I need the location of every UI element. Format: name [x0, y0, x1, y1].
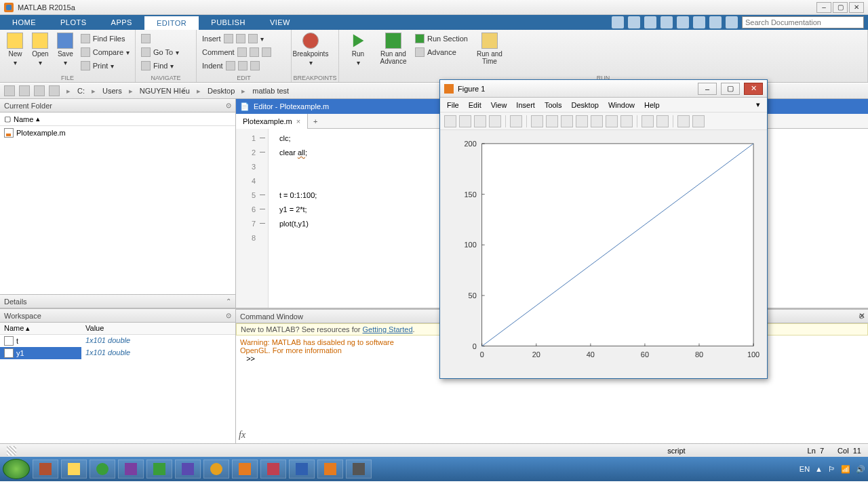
figure-maximize-button[interactable]: ▢	[721, 83, 740, 95]
restore-button[interactable]: ▢	[833, 2, 848, 13]
close-tab-icon[interactable]: ×	[296, 117, 300, 125]
path-user[interactable]: NGUYEN HIếu	[140, 87, 190, 96]
quick-icon[interactable]	[612, 16, 624, 28]
figure-minimize-button[interactable]: –	[698, 83, 717, 95]
fx-icon[interactable]: fx	[239, 430, 245, 441]
ws-var-t[interactable]: t	[0, 335, 81, 347]
find-files-button[interactable]: Find Files	[81, 33, 130, 45]
run-section-button[interactable]: Run Section	[415, 33, 468, 45]
close-button[interactable]: ✕	[849, 2, 864, 13]
run-time-button[interactable]: Run and Time	[473, 33, 506, 65]
breakpoints-button[interactable]: Breakpoints▾	[297, 33, 324, 66]
start-button[interactable]	[3, 459, 30, 479]
figure-window[interactable]: Figure 1 – ▢ ✕ File Edit View Insert Too…	[439, 79, 768, 379]
open-button[interactable]: Open▾	[31, 33, 50, 66]
fig-brush-icon[interactable]	[606, 115, 618, 127]
fig-legend-icon[interactable]	[656, 115, 669, 127]
plot-axes[interactable]: 050100150200020406080100	[440, 130, 767, 374]
ws-col-name[interactable]: Name ▴	[0, 323, 81, 335]
figmenu-desktop[interactable]: Desktop	[572, 101, 599, 109]
taskbar-app[interactable]	[346, 460, 372, 479]
compare-button[interactable]: Compare ▾	[81, 46, 130, 58]
path-desktop[interactable]: Desktop	[208, 87, 235, 95]
fig-rotate-icon[interactable]	[576, 115, 588, 127]
insert-button[interactable]: Insert ▾	[202, 33, 271, 45]
tab-apps[interactable]: APPS	[99, 15, 144, 30]
quick-icon[interactable]	[677, 16, 689, 28]
tab-view[interactable]: VIEW	[258, 15, 302, 30]
quick-icon[interactable]	[644, 16, 656, 28]
goto-button[interactable]: Go To ▾	[141, 46, 179, 58]
taskbar-matlab[interactable]	[232, 460, 258, 479]
back-button[interactable]	[141, 33, 179, 45]
search-documentation-input[interactable]	[742, 16, 864, 28]
current-folder-header[interactable]: Current Folder⊙	[0, 99, 235, 113]
save-button[interactable]: Save▾	[56, 33, 75, 66]
workspace-header[interactable]: Workspace⊙	[0, 309, 235, 323]
taskbar-app[interactable]	[90, 460, 115, 479]
system-tray[interactable]: EN ▲🏳📶🔊	[800, 465, 865, 474]
editor-tab[interactable]: Plotexample.m×	[236, 114, 308, 129]
figmenu-help[interactable]: Help	[644, 101, 660, 109]
tab-plots[interactable]: PLOTS	[48, 15, 99, 30]
up-icon[interactable]	[49, 85, 60, 96]
quick-icon[interactable]	[693, 16, 705, 28]
taskbar-app[interactable]	[203, 460, 229, 479]
taskbar-app[interactable]	[146, 460, 172, 479]
figmenu-more-icon[interactable]: ▾	[756, 100, 760, 109]
fig-colorbar-icon[interactable]	[642, 115, 654, 127]
fig-save-icon[interactable]	[474, 115, 486, 127]
fig-print-icon[interactable]	[489, 115, 501, 127]
nav-fwd-icon[interactable]	[19, 85, 30, 96]
close-info-icon[interactable]: ✕	[859, 311, 865, 321]
fig-pointer-icon[interactable]	[510, 115, 522, 127]
print-button[interactable]: Print ▾	[81, 60, 130, 72]
taskbar-app[interactable]	[61, 460, 87, 479]
ws-var-y1[interactable]: y1	[0, 347, 81, 359]
figmenu-edit[interactable]: Edit	[469, 101, 481, 109]
fig-pan-icon[interactable]	[561, 115, 573, 127]
advance-button[interactable]: Advance	[415, 46, 468, 58]
run-button[interactable]: Run▾	[344, 33, 372, 66]
nav-back-icon[interactable]	[4, 85, 15, 96]
taskbar-app[interactable]	[33, 460, 58, 479]
comment-button[interactable]: Comment	[202, 46, 271, 58]
help-icon[interactable]	[726, 16, 738, 28]
figmenu-window[interactable]: Window	[608, 101, 635, 109]
quick-icon[interactable]	[709, 16, 722, 28]
fig-open-icon[interactable]	[459, 115, 471, 127]
file-item[interactable]: Plotexample.m	[4, 127, 231, 138]
folder-icon[interactable]	[34, 85, 45, 96]
fig-zoomout-icon[interactable]	[546, 115, 558, 127]
taskbar-app[interactable]	[118, 460, 144, 479]
taskbar-app[interactable]	[260, 460, 286, 479]
quick-icon[interactable]	[660, 16, 673, 28]
file-tree[interactable]: Plotexample.m	[0, 126, 235, 294]
path-folder[interactable]: matlab test	[252, 87, 289, 95]
fig-link-icon[interactable]	[620, 115, 633, 127]
figure-titlebar[interactable]: Figure 1 – ▢ ✕	[440, 80, 767, 98]
run-advance-button[interactable]: Run and Advance	[377, 33, 410, 65]
ws-col-value[interactable]: Value	[81, 323, 235, 335]
find-button[interactable]: Find ▾	[141, 60, 179, 72]
path-c[interactable]: C:	[77, 87, 85, 95]
minimize-button[interactable]: –	[816, 2, 831, 13]
quick-icon[interactable]	[628, 16, 640, 28]
tab-editor[interactable]: EDITOR	[144, 15, 199, 30]
tab-publish[interactable]: PUBLISH	[199, 15, 258, 30]
figmenu-tools[interactable]: Tools	[545, 101, 562, 109]
figmenu-insert[interactable]: Insert	[516, 101, 535, 109]
path-users[interactable]: Users	[102, 87, 122, 95]
new-button[interactable]: New▾	[5, 33, 25, 66]
figmenu-file[interactable]: File	[447, 101, 459, 109]
fig-dock2-icon[interactable]	[692, 115, 705, 127]
details-header[interactable]: Details⌃	[0, 295, 235, 308]
tab-home[interactable]: HOME	[0, 15, 48, 30]
fig-new-icon[interactable]	[444, 115, 456, 127]
getting-started-link[interactable]: Getting Started	[363, 325, 413, 333]
add-tab-button[interactable]: +	[308, 117, 323, 125]
taskbar-app[interactable]	[175, 460, 201, 479]
indent-button[interactable]: Indent	[202, 60, 271, 72]
figure-close-button[interactable]: ✕	[744, 83, 763, 95]
fig-datacursor-icon[interactable]	[591, 115, 603, 127]
